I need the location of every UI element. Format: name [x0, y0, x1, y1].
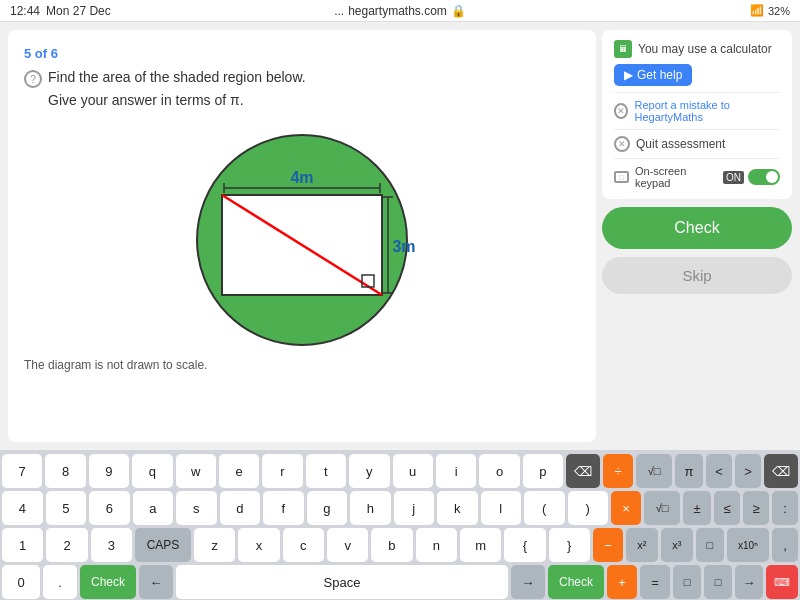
on-screen-text: On-screen keypad — [635, 165, 717, 189]
key-i[interactable]: i — [436, 454, 476, 488]
check-button[interactable]: Check — [602, 207, 792, 249]
key-1[interactable]: 1 — [2, 528, 43, 562]
key-keyboard-hide[interactable]: ⌨ — [766, 565, 798, 599]
key-right-arrow[interactable]: → — [511, 565, 545, 599]
toggle-container[interactable]: ON — [723, 169, 780, 185]
key-divide[interactable]: ÷ — [603, 454, 633, 488]
divider1 — [614, 92, 780, 93]
calculator-row: 🖩 You may use a calculator — [614, 40, 780, 58]
key-u[interactable]: u — [393, 454, 433, 488]
question-sub: Give your answer in terms of π. — [48, 92, 580, 108]
question-counter: 5 of 6 — [24, 46, 580, 61]
key-d[interactable]: d — [220, 491, 261, 525]
key-rparen[interactable]: ) — [568, 491, 609, 525]
key-geq[interactable]: ≥ — [743, 491, 769, 525]
not-to-scale-text: The diagram is not drawn to scale. — [24, 358, 580, 372]
key-p[interactable]: p — [523, 454, 563, 488]
key-q[interactable]: q — [132, 454, 172, 488]
key-pi[interactable]: π — [675, 454, 703, 488]
key-l[interactable]: l — [481, 491, 522, 525]
key-n[interactable]: n — [416, 528, 457, 562]
key-2[interactable]: 2 — [46, 528, 87, 562]
skip-button[interactable]: Skip — [602, 257, 792, 294]
key-plus[interactable]: + — [607, 565, 637, 599]
key-s[interactable]: s — [176, 491, 217, 525]
key-6[interactable]: 6 — [89, 491, 130, 525]
key-a[interactable]: a — [133, 491, 174, 525]
right-panel: 🖩 You may use a calculator ▶ Get help ✕ … — [602, 30, 792, 442]
key-comma[interactable]: , — [772, 528, 798, 562]
quit-text: Quit assessment — [636, 137, 725, 151]
key-lt[interactable]: < — [706, 454, 732, 488]
key-f[interactable]: f — [263, 491, 304, 525]
key-period[interactable]: . — [43, 565, 77, 599]
key-e[interactable]: e — [219, 454, 259, 488]
key-x[interactable]: x — [238, 528, 279, 562]
key-0[interactable]: 0 — [2, 565, 40, 599]
key-z[interactable]: z — [194, 528, 235, 562]
diagram-svg: 4m 3m — [162, 120, 442, 350]
quit-assessment-row[interactable]: ✕ Quit assessment — [614, 136, 780, 152]
key-x2[interactable]: x² — [626, 528, 658, 562]
battery: 32% — [768, 5, 790, 17]
key-check-left[interactable]: Check — [80, 565, 136, 599]
key-b[interactable]: b — [371, 528, 412, 562]
svg-text:4m: 4m — [290, 169, 313, 186]
key-colon[interactable]: : — [772, 491, 798, 525]
toggle-switch[interactable] — [748, 169, 780, 185]
wifi-icon: 📶 — [750, 4, 764, 17]
key-x10n[interactable]: x10ⁿ — [727, 528, 769, 562]
key-7[interactable]: 7 — [2, 454, 42, 488]
toggle-label: ON — [723, 171, 744, 184]
info-card: 🖩 You may use a calculator ▶ Get help ✕ … — [602, 30, 792, 199]
key-check-right[interactable]: Check — [548, 565, 604, 599]
key-space[interactable]: Space — [176, 565, 508, 599]
kb-row-1: 7 8 9 q w e r t y u i o p ⌫ ÷ √□ π < > ⌫ — [2, 454, 798, 488]
video-icon: ▶ — [624, 68, 633, 82]
key-k[interactable]: k — [437, 491, 478, 525]
key-r[interactable]: r — [262, 454, 302, 488]
key-o[interactable]: o — [479, 454, 519, 488]
key-equals[interactable]: = — [640, 565, 670, 599]
report-mistake-row[interactable]: ✕ Report a mistake to HegartyMaths — [614, 99, 780, 123]
key-w[interactable]: w — [176, 454, 216, 488]
key-j[interactable]: j — [394, 491, 435, 525]
key-lparen[interactable]: ( — [524, 491, 565, 525]
key-lbrace[interactable]: { — [504, 528, 545, 562]
key-gt[interactable]: > — [735, 454, 761, 488]
key-5[interactable]: 5 — [46, 491, 87, 525]
kb-row-2: 4 5 6 a s d f g h j k l ( ) × √□ ± ≤ ≥ : — [2, 491, 798, 525]
key-plusminus[interactable]: ± — [683, 491, 711, 525]
get-help-button[interactable]: ▶ Get help — [614, 64, 692, 86]
key-rbrace[interactable]: } — [549, 528, 590, 562]
key-box3[interactable]: □ — [704, 565, 732, 599]
key-sqrt2[interactable]: √□ — [644, 491, 680, 525]
key-box2[interactable]: □ — [673, 565, 701, 599]
key-backspace-1[interactable]: ⌫ — [566, 454, 600, 488]
key-t[interactable]: t — [306, 454, 346, 488]
divider3 — [614, 158, 780, 159]
key-multiply[interactable]: × — [611, 491, 641, 525]
report-icon: ✕ — [614, 103, 628, 119]
key-left-arrow[interactable]: ← — [139, 565, 173, 599]
key-caps[interactable]: CAPS — [135, 528, 191, 562]
key-v[interactable]: v — [327, 528, 368, 562]
key-sqrt[interactable]: √□ — [636, 454, 672, 488]
key-g[interactable]: g — [307, 491, 348, 525]
key-m[interactable]: m — [460, 528, 501, 562]
key-minus[interactable]: − — [593, 528, 623, 562]
key-9[interactable]: 9 — [89, 454, 129, 488]
key-h[interactable]: h — [350, 491, 391, 525]
screen-icon: □ — [614, 171, 629, 183]
key-8[interactable]: 8 — [45, 454, 85, 488]
key-3[interactable]: 3 — [91, 528, 132, 562]
key-c[interactable]: c — [283, 528, 324, 562]
key-arrow-right[interactable]: → — [735, 565, 763, 599]
key-leq[interactable]: ≤ — [714, 491, 740, 525]
key-4[interactable]: 4 — [2, 491, 43, 525]
key-box[interactable]: □ — [696, 528, 724, 562]
key-x3[interactable]: x³ — [661, 528, 693, 562]
status-bar: 12:44 Mon 27 Dec ... hegartymaths.com 🔒 … — [0, 0, 800, 22]
key-y[interactable]: y — [349, 454, 389, 488]
key-backspace-2[interactable]: ⌫ — [764, 454, 798, 488]
